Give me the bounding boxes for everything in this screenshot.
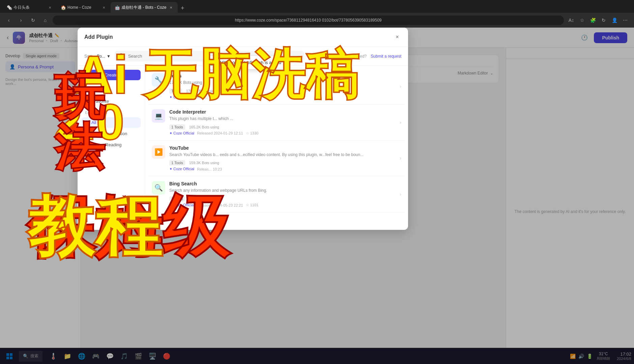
plugin-tools-count-p3: 1 Tools xyxy=(169,160,185,165)
official-badge-p2: ✦ Coze Official xyxy=(169,131,194,135)
tab-close-1[interactable]: ✕ xyxy=(47,5,53,10)
my-tools-label: My Tools xyxy=(93,87,110,92)
browser-addressbar: ‹ › ↻ ⌂ https://www.coze.com/space/73681… xyxy=(0,13,634,28)
submit-request-button[interactable]: Submit a request xyxy=(371,54,401,59)
all-icon: ⊞ xyxy=(85,120,89,125)
tab-favicon-1: 🗞️ xyxy=(7,5,11,10)
plugin-item-p4[interactable]: 🔍 Bing Search Search any information and… xyxy=(148,176,405,212)
chevron-right-icon-p4: › xyxy=(400,191,401,197)
plugin-sidebar-my-tools[interactable]: 👤 My Tools xyxy=(82,84,141,95)
plugin-bots-using-p3: 159.3K Bots using xyxy=(189,161,219,165)
category-news[interactable]: 📰 News Reading xyxy=(82,140,141,150)
tab-close-3[interactable]: ✕ xyxy=(168,5,174,10)
plugin-bots-using-p4: 153.5K Bots using xyxy=(189,197,219,201)
success-toast: ✅ API googleWebSearch is added xyxy=(204,56,287,69)
bookmark-icon[interactable]: ☆ xyxy=(577,16,587,25)
plugin-info-p4: Bing Search Search any information and w… xyxy=(169,181,401,207)
news-label: News Reading xyxy=(93,142,122,147)
plugin-released-p1: Rele... xyxy=(197,95,208,99)
plugin-desc-p1: 176.9K Bots using xyxy=(169,80,401,86)
plugin-dialog-header: Add Plugin × xyxy=(78,28,408,47)
plugin-tools-count-p4: 1 Tools xyxy=(169,196,185,202)
official-badge-p3: ✦ Coze Official xyxy=(169,167,194,171)
favorite-label: Favorite xyxy=(93,99,109,104)
plugin-released-p3: Releas... 10:23 xyxy=(197,167,222,171)
plugin-item-p2[interactable]: 💻 Code Interpreter This plugin has multi… xyxy=(148,104,405,141)
official-badge-p1: ✦ Coze Official xyxy=(169,95,194,99)
favorite-icon: ⭐ xyxy=(85,99,90,104)
tab-label-2: Home - Coze xyxy=(67,5,99,10)
tab-jintoutiao[interactable]: 🗞️ 今日头条 ✕ xyxy=(3,2,57,13)
plugin-info-p3: YouTube Search YouTube videos b... eeds … xyxy=(169,145,401,172)
toast-message: API googleWebSearch is added xyxy=(219,60,281,65)
browser-actions: A↕ ☆ 🧩 ↻ 👤 ⋯ xyxy=(567,16,630,25)
plugin-desc-p4: Search any information and webpage URLs … xyxy=(169,188,401,193)
plugin-name-p4: Bing Search xyxy=(169,181,401,186)
translate-icon[interactable]: A↕ xyxy=(567,16,576,25)
plugin-meta-p1: ✦ Coze Official Rele... xyxy=(169,95,401,99)
official-badge-p4: ✦ Coze Official xyxy=(169,203,194,207)
tab-close-2[interactable]: ✕ xyxy=(101,5,107,10)
tab-home-coze[interactable]: 🏠 Home - Coze ✕ xyxy=(57,2,111,13)
tab-favicon-3: 🤖 xyxy=(115,5,119,10)
plugin-item-p3[interactable]: ▶️ YouTube Search YouTube videos b... ee… xyxy=(148,141,405,177)
success-icon: ✅ xyxy=(210,59,217,66)
plugin-stats-p4: 1 Tools 153.5K Bots using xyxy=(169,196,401,202)
create-plugin-button[interactable]: Create xyxy=(82,70,141,80)
sync-icon[interactable]: ↻ xyxy=(599,16,608,25)
plugin-desc-p2: This plugin has multiple t... which ... xyxy=(169,116,401,122)
new-tab-button[interactable]: + xyxy=(178,3,187,13)
back-button[interactable]: ‹ xyxy=(4,16,13,25)
plugin-info-p1: Tools 176.9K Bots using Tools 176.9K Bot… xyxy=(169,73,401,99)
plugin-tools-count-p1: Tools xyxy=(169,88,182,94)
plugin-meta-p3: ✦ Coze Official Releas... 10:23 xyxy=(169,167,401,171)
plugin-icon-p3: ▶️ xyxy=(152,145,165,159)
plugin-info-p2: Code Interpreter This plugin has multipl… xyxy=(169,109,401,135)
plugin-name-p2: Code Interpreter xyxy=(169,109,401,115)
browser-tabs: 🗞️ 今日头条 ✕ 🏠 Home - Coze ✕ 🤖 成创牡牛通 - Bots… xyxy=(0,0,634,13)
category-smart[interactable]: 🤖 Smart suggestion xyxy=(82,128,141,139)
plugin-bots-using-p1: 176.9K Bots using xyxy=(186,89,216,93)
plugin-tools-count-p2: 1 Tools xyxy=(169,124,185,130)
not-found-text: Not found the plugins you need? xyxy=(308,54,367,59)
plugin-released-p2: Released 2024-01-29 12:11 xyxy=(197,131,243,135)
my-tools-icon: 👤 xyxy=(85,87,90,92)
forward-button[interactable]: › xyxy=(16,16,26,25)
plugin-categories: ⊞ All 🤖 Smart suggestion 📰 News Reading xyxy=(82,117,141,150)
plugin-dialog-close-button[interactable]: × xyxy=(393,33,401,41)
plugin-sidebar-favorite[interactable]: ⭐ Favorite xyxy=(82,96,141,107)
smart-label: Smart suggestion xyxy=(93,131,127,136)
address-bar[interactable]: https://www.coze.com/space/7368112948164… xyxy=(53,16,564,25)
plugin-stats-p1: Tools 176.9K Bots using xyxy=(169,88,401,94)
sort-label: Sort: xyxy=(84,54,93,59)
plugin-stats-p3: 1 Tools 159.3K Bots using xyxy=(169,160,401,165)
plugin-stars-p4: ☆ 1101 xyxy=(246,203,259,207)
plugin-icon-p4: 🔍 xyxy=(152,181,165,194)
chevron-right-icon-p3: › xyxy=(400,155,401,161)
profile-icon[interactable]: 👤 xyxy=(610,16,619,25)
plugin-icon-p1: 🔧 xyxy=(152,73,165,87)
sort-chevron-icon: ▼ xyxy=(107,54,111,59)
tab-favicon-2: 🏠 xyxy=(61,5,65,10)
plugin-icon-p2: 💻 xyxy=(152,109,165,123)
explore-section-label: Explore Tools xyxy=(82,108,141,116)
sort-value[interactable]: Po... ▼ xyxy=(97,54,111,59)
news-icon: 📰 xyxy=(85,142,90,147)
category-all[interactable]: ⊞ All xyxy=(82,117,141,128)
chevron-right-icon-p1: › xyxy=(400,84,401,89)
url-text: https://www.coze.com/space/7368112948164… xyxy=(57,18,560,23)
menu-icon[interactable]: ⋯ xyxy=(621,16,630,25)
plugin-dialog-title: Add Plugin xyxy=(84,34,113,40)
chevron-right-icon-p2: › xyxy=(400,120,401,125)
plugin-list: 🔧 Tools 176.9K Bots using Tools 176.9K B… xyxy=(145,66,408,230)
tab-label-1: 今日头条 xyxy=(13,5,45,10)
tab-bots-coze[interactable]: 🤖 成创牡牛通 - Bots - Coze ✕ xyxy=(111,2,178,13)
home-button[interactable]: ⌂ xyxy=(40,16,50,25)
plugin-dialog-body: Create 👤 My Tools ⭐ Favorite Explore Too… xyxy=(78,66,408,230)
plugin-stats-p2: 1 Tools 165.2K Bots using xyxy=(169,124,401,130)
plugin-stars-p2: ☆ 1330 xyxy=(246,131,259,135)
search-icon: 🔍 xyxy=(119,53,125,59)
extension-icon[interactable]: 🧩 xyxy=(588,16,598,25)
plugin-item-p1[interactable]: 🔧 Tools 176.9K Bots using Tools 176.9K B… xyxy=(148,68,405,104)
reload-button[interactable]: ↻ xyxy=(28,16,38,25)
